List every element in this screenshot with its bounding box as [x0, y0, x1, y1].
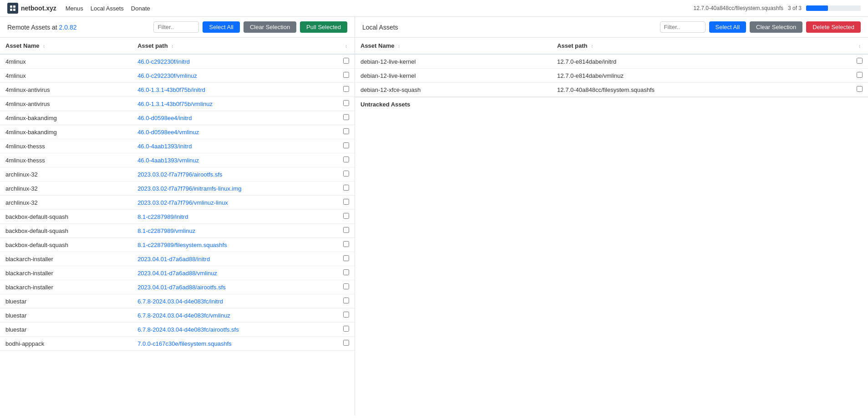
remote-assets-panel: Remote Assets at 2.0.82 Select All Clear… [0, 17, 355, 415]
remote-row-path[interactable]: 46.0-c292230f/vmlinuz [132, 69, 338, 83]
remote-row-path[interactable]: 6.7.8-2024.03.04-d4e083fc/initrd [132, 294, 338, 308]
local-clear-selection-button[interactable]: Clear Selection [750, 21, 802, 33]
remote-row-checkbox[interactable] [338, 167, 355, 182]
local-assets-tbody: debian-12-live-kernel 12.7.0-e814dabe/in… [355, 54, 868, 97]
remote-row-name: 4mlinux [0, 54, 132, 69]
remote-row-checkbox[interactable] [338, 210, 355, 224]
progress-bar-container [806, 5, 861, 11]
remote-row-name: backbox-default-squash [0, 224, 132, 238]
remote-row-path[interactable]: 46.0-d0598ee4/vmlinuz [132, 125, 338, 139]
table-row: 4mlinux 46.0-c292230f/vmlinuz [0, 69, 355, 83]
table-row: archlinux-32 2023.03.02-f7a7f796/initram… [0, 182, 355, 196]
local-assets-table-container: Asset Name ↕ Asset path ↕ ↕ debian- [355, 38, 868, 415]
remote-row-path[interactable]: 8.1-c2287989/vmlinuz [132, 224, 338, 238]
local-col-path[interactable]: Asset path ↕ [552, 38, 851, 54]
remote-row-path[interactable]: 8.1-c2287989/initrd [132, 210, 338, 224]
remote-row-checkbox[interactable] [338, 69, 355, 83]
svg-rect-3 [13, 9, 15, 11]
remote-row-checkbox[interactable] [338, 266, 355, 280]
navbar: netboot.xyz Menus Local Assets Donate 12… [0, 0, 868, 17]
nav-menus[interactable]: Menus [66, 5, 83, 12]
remote-row-checkbox[interactable] [338, 153, 355, 167]
remote-row-path[interactable]: 2023.03.02-f7a7f796/vmlinuz-linux [132, 196, 338, 210]
remote-clear-selection-button[interactable]: Clear Selection [244, 21, 296, 33]
local-row-checkbox[interactable] [851, 54, 868, 69]
remote-row-name: 4mlinux-antivirus [0, 83, 132, 97]
remote-row-checkbox[interactable] [338, 54, 355, 69]
brand-name: netboot.xyz [21, 5, 56, 12]
remote-row-name: blackarch-installer [0, 266, 132, 280]
local-delete-selected-button[interactable]: Delete Selected [806, 21, 861, 33]
nav-local-assets[interactable]: Local Assets [91, 5, 124, 12]
remote-row-checkbox[interactable] [338, 294, 355, 308]
svg-rect-1 [13, 5, 15, 8]
remote-row-path[interactable]: 2023.04.01-d7a6ad88/initrd [132, 252, 338, 266]
remote-row-name: archlinux-32 [0, 196, 132, 210]
main-container: Remote Assets at 2.0.82 Select All Clear… [0, 17, 868, 415]
remote-row-path[interactable]: 46.0-4aab1393/initrd [132, 139, 338, 153]
remote-row-path[interactable]: 46.0-4aab1393/vmlinuz [132, 153, 338, 167]
progress-count: 3 of 3 [788, 5, 802, 11]
remote-row-checkbox[interactable] [338, 83, 355, 97]
svg-rect-2 [10, 9, 12, 11]
remote-row-checkbox[interactable] [338, 280, 355, 294]
remote-row-checkbox[interactable] [338, 111, 355, 125]
remote-assets-version[interactable]: 2.0.82 [59, 24, 77, 31]
remote-row-checkbox[interactable] [338, 139, 355, 153]
remote-row-path[interactable]: 8.1-c2287989/filesystem.squashfs [132, 238, 338, 252]
remote-assets-title: Remote Assets at 2.0.82 [7, 24, 77, 31]
remote-row-name: blackarch-installer [0, 280, 132, 294]
remote-row-path[interactable]: 46.0-1.3.1-43b0f75b/vmlinuz [132, 97, 338, 111]
remote-row-checkbox[interactable] [338, 323, 355, 337]
remote-row-checkbox[interactable] [338, 252, 355, 266]
remote-col-name[interactable]: Asset Name ↕ [0, 38, 132, 54]
local-row-path: 12.7.0-40a848cc/filesystem.squashfs [552, 83, 851, 97]
remote-row-checkbox[interactable] [338, 196, 355, 210]
nav-progress: 12.7.0-40a848cc/filesystem.squashfs 3 of… [694, 5, 861, 11]
local-col-name[interactable]: Asset Name ↕ [355, 38, 552, 54]
untracked-assets-section: Untracked Assets [355, 97, 868, 111]
table-row: debian-12-xfce-squash 12.7.0-40a848cc/fi… [355, 83, 868, 97]
local-select-all-button[interactable]: Select All [709, 21, 746, 33]
remote-col-checkbox: ↕ [338, 38, 355, 54]
remote-row-checkbox[interactable] [338, 308, 355, 323]
remote-pull-selected-button[interactable]: Pull Selected [300, 21, 347, 33]
remote-row-path[interactable]: 46.0-d0598ee4/initrd [132, 111, 338, 125]
remote-row-name: blackarch-installer [0, 252, 132, 266]
remote-col-path[interactable]: Asset path ↕ [132, 38, 338, 54]
progress-bar-fill [806, 5, 828, 11]
remote-row-path[interactable]: 2023.04.01-d7a6ad88/airootfs.sfs [132, 280, 338, 294]
remote-row-checkbox[interactable] [338, 182, 355, 196]
svg-rect-0 [10, 5, 12, 8]
local-row-checkbox[interactable] [851, 69, 868, 83]
remote-row-name: bluestar [0, 323, 132, 337]
remote-select-all-button[interactable]: Select All [203, 21, 239, 33]
table-row: 4mlinux-thesss 46.0-4aab1393/vmlinuz [0, 153, 355, 167]
remote-row-checkbox[interactable] [338, 238, 355, 252]
table-row: archlinux-32 2023.03.02-f7a7f796/vmlinuz… [0, 196, 355, 210]
remote-row-path[interactable]: 6.7.8-2024.03.04-d4e083fc/airootfs.sfs [132, 323, 338, 337]
remote-row-path[interactable]: 46.0-c292230f/initrd [132, 54, 338, 69]
remote-row-path[interactable]: 2023.03.02-f7a7f796/initramfs-linux.img [132, 182, 338, 196]
nav-donate[interactable]: Donate [131, 5, 150, 12]
local-filter-input[interactable] [660, 21, 706, 33]
table-row: 4mlinux-antivirus 46.0-1.3.1-43b0f75b/in… [0, 83, 355, 97]
remote-row-checkbox[interactable] [338, 125, 355, 139]
remote-row-checkbox[interactable] [338, 224, 355, 238]
remote-filter-input[interactable] [153, 21, 199, 33]
table-row: bluestar 6.7.8-2024.03.04-d4e083fc/vmlin… [0, 308, 355, 323]
remote-row-name: archlinux-32 [0, 182, 132, 196]
remote-row-path[interactable]: 6.7.8-2024.03.04-d4e083fc/vmlinuz [132, 308, 338, 323]
remote-row-path[interactable]: 7.0.0-c167c30e/filesystem.squashfs [132, 337, 338, 351]
local-row-name: debian-12-live-kernel [355, 69, 552, 83]
remote-row-checkbox[interactable] [338, 97, 355, 111]
remote-row-path[interactable]: 46.0-1.3.1-43b0f75b/initrd [132, 83, 338, 97]
untracked-label: Untracked Assets [360, 101, 410, 108]
remote-row-checkbox[interactable] [338, 337, 355, 351]
table-row: bluestar 6.7.8-2024.03.04-d4e083fc/airoo… [0, 323, 355, 337]
remote-row-path[interactable]: 2023.04.01-d7a6ad88/vmlinuz [132, 266, 338, 280]
remote-row-name: 4mlinux-bakandimg [0, 111, 132, 125]
local-row-name: debian-12-live-kernel [355, 54, 552, 69]
local-row-checkbox[interactable] [851, 83, 868, 97]
remote-row-path[interactable]: 2023.03.02-f7a7f796/airootfs.sfs [132, 167, 338, 182]
